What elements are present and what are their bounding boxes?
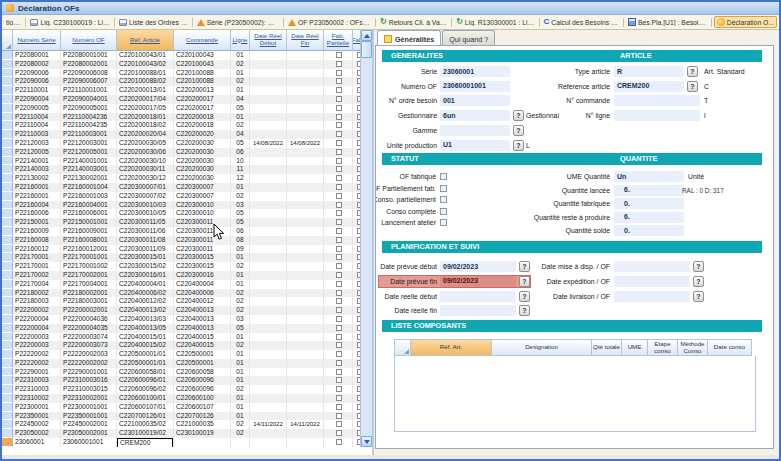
grid-cell[interactable]: C220400006/02 <box>117 289 174 298</box>
fab-cell[interactable] <box>353 324 360 333</box>
grid-cell[interactable]: P22160001 <box>13 183 61 192</box>
grid-cell[interactable]: P22160009 <box>13 227 61 236</box>
row-header[interactable] <box>2 227 13 236</box>
fab-partielle-cell[interactable] <box>324 165 353 174</box>
grid-cell[interactable]: C220300015 <box>174 253 231 262</box>
statut-checkbox-of-partiellement-fab[interactable] <box>440 185 447 192</box>
grid-cell[interactable]: 04 <box>231 130 250 139</box>
row-header[interactable] <box>2 341 13 350</box>
row-header[interactable] <box>2 289 13 298</box>
grid-cell[interactable]: C220200018/01 <box>117 113 174 122</box>
fab-cell[interactable] <box>353 368 360 377</box>
grid-cell[interactable] <box>250 324 287 333</box>
grid-cell[interactable]: 10 <box>231 157 250 166</box>
lookup-button[interactable]: ? <box>693 276 704 287</box>
grid-cell[interactable]: C220600100/01 <box>117 394 174 403</box>
grid-cell[interactable]: 23060001001 <box>61 438 117 447</box>
row-header[interactable] <box>2 368 13 377</box>
grid-cell[interactable]: C220100088 <box>174 69 231 78</box>
fab-cell[interactable] <box>353 157 360 166</box>
fab-cell[interactable] <box>353 280 360 289</box>
row-header[interactable] <box>2 253 13 262</box>
table-row[interactable]: P22180002P22180002001C220400006/02C22040… <box>2 289 360 298</box>
column-header[interactable]: Date RéelDébut <box>250 30 287 51</box>
row-header[interactable] <box>2 412 13 421</box>
grid-cell[interactable]: C220300015/01 <box>117 253 174 262</box>
field-quantit-reste-produire[interactable]: 6. <box>614 212 684 223</box>
composants-column-header[interactable]: Etapeconso <box>648 339 678 356</box>
field-date-pr-vue-d-but[interactable]: 09/02/2023 <box>440 261 516 272</box>
grid-cell[interactable]: C220600096/01 <box>117 376 174 385</box>
fab-partielle-cell[interactable] <box>324 218 353 227</box>
grid-cell[interactable]: P22090005001 <box>61 104 117 113</box>
fab-cell[interactable] <box>353 165 360 174</box>
fab-partielle-checkbox[interactable] <box>336 228 342 234</box>
row-header[interactable] <box>2 174 13 183</box>
fab-cell[interactable] <box>353 60 360 69</box>
lookup-button[interactable]: ? <box>519 291 530 302</box>
grid-cell[interactable] <box>287 315 324 324</box>
grid-cell[interactable]: C220200030/05 <box>117 139 174 148</box>
grid-cell[interactable] <box>287 209 324 218</box>
table-row[interactable]: P22110004P22110004235C220200018/02C22020… <box>2 121 360 130</box>
field-ume-quantit[interactable]: Un <box>614 171 684 182</box>
grid-cell[interactable] <box>250 113 287 122</box>
grid-cell[interactable]: C220200018 <box>174 121 231 130</box>
lookup-button[interactable]: ? <box>513 110 524 121</box>
grid-cell[interactable]: 02 <box>231 385 250 394</box>
fab-partielle-cell[interactable] <box>324 350 353 359</box>
fab-partielle-checkbox[interactable] <box>336 430 342 436</box>
grid-cell[interactable] <box>250 130 287 139</box>
fab-cell[interactable] <box>353 385 360 394</box>
grid-cell[interactable]: C220300010/03 <box>117 201 174 210</box>
grid-cell[interactable]: C220100088 <box>174 77 231 86</box>
grid-cell[interactable]: C220400015 <box>174 341 231 350</box>
field-n-ligne[interactable] <box>614 110 700 121</box>
table-row[interactable]: P22160004P22160004001C220300010/03C22030… <box>2 201 360 210</box>
fab-cell[interactable] <box>353 95 360 104</box>
grid-cell[interactable]: P22090005 <box>13 104 61 113</box>
grid-cell[interactable] <box>250 403 287 412</box>
grid-cell[interactable]: P22160006001 <box>61 209 117 218</box>
grid-cell[interactable]: C230100019 <box>174 429 231 438</box>
grid-cell[interactable]: P22220002 <box>13 359 61 368</box>
grid-cell[interactable]: P22110004236 <box>61 113 117 122</box>
fab-partielle-cell[interactable] <box>324 306 353 315</box>
fab-partielle-cell[interactable] <box>324 236 353 245</box>
fab-partielle-checkbox[interactable] <box>336 307 342 313</box>
grid-cell[interactable] <box>287 253 324 262</box>
grid-cell[interactable]: P22140003 <box>13 165 61 174</box>
doc-tab[interactable]: OF P23050002 : OFs de... <box>286 18 373 27</box>
grid-cell[interactable]: 12 <box>231 174 250 183</box>
fab-partielle-checkbox[interactable] <box>336 263 342 269</box>
row-header[interactable] <box>2 324 13 333</box>
row-header[interactable] <box>2 121 13 130</box>
grid-cell[interactable]: P22160012001 <box>61 245 117 254</box>
fab-partielle-checkbox[interactable] <box>336 360 342 366</box>
grid-cell[interactable] <box>287 236 324 245</box>
fab-partielle-checkbox[interactable] <box>336 281 342 287</box>
fab-partielle-checkbox[interactable] <box>336 114 342 120</box>
fab-cell[interactable] <box>353 192 360 201</box>
fab-partielle-cell[interactable] <box>324 385 353 394</box>
field-date-mise-disp-of[interactable] <box>614 261 690 272</box>
cell-edit-input[interactable]: CREM200 <box>117 438 173 447</box>
table-row[interactable]: P22110004P22110004236C220200018/01C22020… <box>2 113 360 122</box>
grid-cell[interactable]: C220200030/06 <box>117 148 174 157</box>
lookup-button[interactable]: ? <box>513 140 524 151</box>
fab-cell[interactable] <box>353 297 360 306</box>
fab-partielle-cell[interactable] <box>324 297 353 306</box>
grid-cell[interactable] <box>250 60 287 69</box>
fab-partielle-cell[interactable] <box>324 209 353 218</box>
fab-cell[interactable] <box>353 139 360 148</box>
field-date-livraison-of[interactable] <box>614 291 690 302</box>
grid-cell[interactable]: C220500001 <box>174 359 231 368</box>
grid-cell[interactable]: C220300011/09 <box>117 245 174 254</box>
fab-partielle-checkbox[interactable] <box>336 351 342 357</box>
fab-partielle-cell[interactable] <box>324 60 353 69</box>
grid-cell[interactable]: C220300010 <box>174 209 231 218</box>
grid-cell[interactable] <box>287 51 324 60</box>
row-header[interactable] <box>2 60 13 69</box>
fab-partielle-checkbox[interactable] <box>336 386 342 392</box>
grid-cell[interactable]: C220100043/01 <box>117 51 174 60</box>
